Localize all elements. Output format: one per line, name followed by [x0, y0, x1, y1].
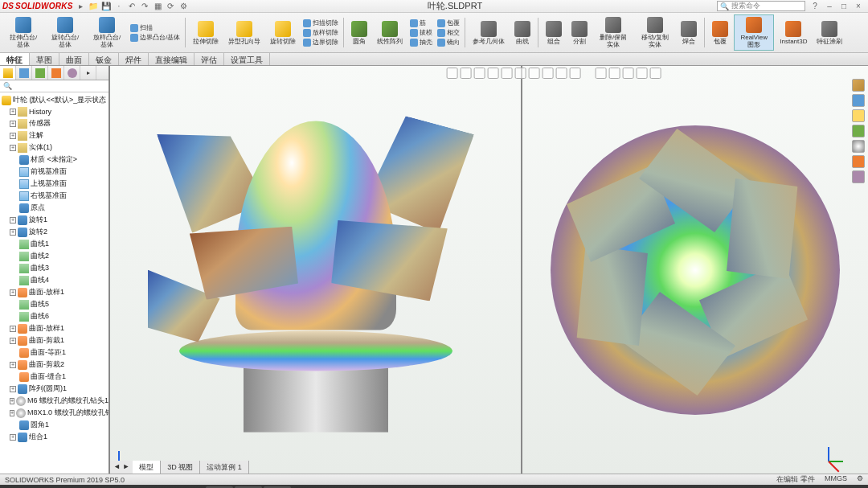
ribbon-放样凸台/基体[interactable]: 放样凸台/基体	[87, 14, 127, 51]
property-manager-tab[interactable]	[16, 66, 32, 80]
tree-item[interactable]: +M6 螺纹孔的螺纹孔钻头1	[2, 395, 107, 407]
viewport-left[interactable]	[110, 66, 522, 474]
tab-直接编辑[interactable]: 直接编辑	[149, 53, 194, 65]
ribbon-焊合[interactable]: 焊合	[677, 14, 701, 51]
tree-item[interactable]: +阵列(圆周)1	[2, 383, 107, 395]
search-input[interactable]: 🔍 搜索命令	[717, 1, 805, 11]
ribbon-扫描切除[interactable]: 扫描切除	[301, 18, 340, 27]
graphics-viewport[interactable]: ◄ ►模型3D 视图运动算例 1	[110, 66, 868, 474]
tree-item[interactable]: +History	[2, 106, 107, 117]
tree-item[interactable]: +实体(1)	[2, 141, 107, 154]
tree-item[interactable]: 曲面-缝合1	[2, 371, 107, 383]
ribbon-异型孔向导[interactable]: 异型孔向导	[224, 14, 264, 51]
tree-item[interactable]: 原点	[2, 202, 107, 214]
ribbon-抽壳[interactable]: 抽壳	[408, 38, 434, 47]
tab-设置工具[interactable]: 设置工具	[224, 53, 270, 65]
open-icon[interactable]: 📁	[88, 2, 98, 11]
tree-item[interactable]: +旋转1	[2, 214, 107, 226]
tree-item[interactable]: 曲线6	[2, 310, 107, 322]
options-icon[interactable]: ⚙	[178, 2, 188, 11]
ribbon-移动/复制实体[interactable]: 移动/复制实体	[635, 14, 675, 51]
tab-特征[interactable]: 特征	[0, 53, 30, 65]
ribbon-线性阵列[interactable]: 线性阵列	[373, 14, 407, 51]
tree-item[interactable]: 曲线5	[2, 298, 107, 310]
redo-icon[interactable]: ↷	[140, 2, 149, 11]
custom-props-icon[interactable]	[852, 155, 865, 168]
ribbon-参考几何体[interactable]: 参考几何体	[469, 14, 509, 51]
ribbon-圆角[interactable]: 圆角	[347, 14, 371, 51]
design-library-icon[interactable]	[852, 94, 865, 107]
tree-item[interactable]: 圆角1	[2, 419, 107, 431]
maximize-vp-icon[interactable]	[636, 68, 647, 79]
ribbon-曲线[interactable]: 曲线	[510, 14, 534, 51]
select-icon[interactable]: ▦	[153, 2, 162, 11]
tab-焊件[interactable]: 焊件	[119, 53, 149, 65]
minimize-icon[interactable]: –	[825, 2, 834, 11]
file-explorer-icon[interactable]	[852, 109, 865, 122]
view-tab-3D 视图[interactable]: 3D 视图	[161, 461, 200, 474]
expand-icon[interactable]: +	[10, 145, 16, 151]
undo-icon[interactable]: ↶	[127, 2, 137, 11]
tree-item[interactable]: 上视基准面	[2, 178, 107, 190]
tree-item[interactable]: 曲面-等距1	[2, 347, 107, 359]
ribbon-扫描[interactable]: 扫描	[129, 23, 182, 32]
status-gear-icon[interactable]: ⚙	[857, 474, 863, 485]
tree-item[interactable]: +注解	[2, 129, 107, 141]
forum-icon[interactable]	[852, 170, 865, 183]
display-manager-tab[interactable]	[64, 66, 80, 80]
appearances-icon[interactable]	[852, 140, 865, 153]
tree-root[interactable]: 叶轮 (默认<<默认>_显示状态 1>)	[2, 94, 107, 106]
ribbon-Instant3D[interactable]: Instant3D	[776, 14, 811, 51]
ribbon-RealView 图形[interactable]: RealView 图形	[734, 14, 774, 51]
ribbon-组合[interactable]: 组合	[542, 14, 566, 51]
view-tab-运动算例 1[interactable]: 运动算例 1	[200, 461, 249, 474]
tab-评估[interactable]: 评估	[194, 53, 224, 65]
minimize-vp-icon[interactable]	[622, 68, 633, 79]
ribbon-筋[interactable]: 筋	[408, 18, 434, 27]
ribbon-边界凸台/基体[interactable]: 边界凸台/基体	[129, 33, 182, 42]
viewport-right[interactable]	[522, 66, 868, 474]
expand-icon[interactable]: +	[10, 133, 16, 139]
ribbon-放样切除[interactable]: 放样切除	[301, 28, 340, 37]
edit-appearance-icon[interactable]	[542, 68, 553, 79]
save-icon[interactable]: 💾	[101, 2, 111, 11]
ribbon-包覆[interactable]: 包覆	[436, 18, 461, 27]
apply-scene-icon[interactable]	[555, 68, 567, 79]
tree-item[interactable]: +曲面-剪裁1	[2, 334, 107, 347]
ribbon-旋转凸台/基体[interactable]: 旋转凸台/基体	[45, 14, 85, 51]
dimxpert-tab[interactable]	[48, 66, 64, 80]
view-settings-icon[interactable]	[569, 68, 580, 79]
tree-item[interactable]: 曲线4	[2, 274, 107, 286]
zoom-area-icon[interactable]	[460, 68, 471, 79]
tree-item[interactable]: +旋转2	[2, 226, 107, 238]
tile-v-icon[interactable]	[608, 68, 620, 79]
view-tab-模型[interactable]: 模型	[133, 461, 161, 474]
tree-item[interactable]: 前视基准面	[2, 166, 107, 178]
ribbon-删除/保留实体[interactable]: 删除/保留实体	[593, 14, 633, 51]
hide-show-icon[interactable]	[528, 68, 539, 79]
expand-icon[interactable]: +	[10, 362, 16, 368]
tree-item[interactable]: +曲面-剪裁2	[2, 359, 107, 371]
status-units[interactable]: MMGS	[825, 474, 847, 485]
tree-item[interactable]: 曲线2	[2, 250, 107, 262]
filter-icon[interactable]: 🔍	[3, 82, 12, 90]
expand-icon[interactable]: +	[10, 217, 16, 223]
print-icon[interactable]: ·	[114, 2, 124, 11]
ribbon-边界切除[interactable]: 边界切除	[301, 38, 340, 47]
tree-item[interactable]: +传感器	[2, 117, 107, 129]
tree-item[interactable]: 材质 <未指定>	[2, 154, 107, 166]
tab-草图[interactable]: 草图	[30, 53, 59, 65]
maximize-icon[interactable]: □	[839, 2, 849, 11]
tree-item[interactable]: +M8X1.0 螺纹孔的螺纹孔钻头1	[2, 407, 107, 419]
view-palette-icon[interactable]	[852, 125, 865, 137]
new-icon[interactable]: ▸	[76, 2, 85, 11]
expand-icon[interactable]: +	[10, 410, 14, 416]
help-icon[interactable]: ?	[810, 2, 820, 11]
expand-icon[interactable]: +	[10, 338, 16, 344]
close-icon[interactable]: ×	[854, 2, 863, 11]
expand-tab[interactable]: ▸	[80, 66, 96, 80]
close-vp-icon[interactable]	[649, 68, 661, 79]
expand-icon[interactable]: +	[10, 121, 16, 127]
ribbon-拔模[interactable]: 拔模	[408, 28, 434, 37]
tab-曲面[interactable]: 曲面	[59, 53, 89, 65]
